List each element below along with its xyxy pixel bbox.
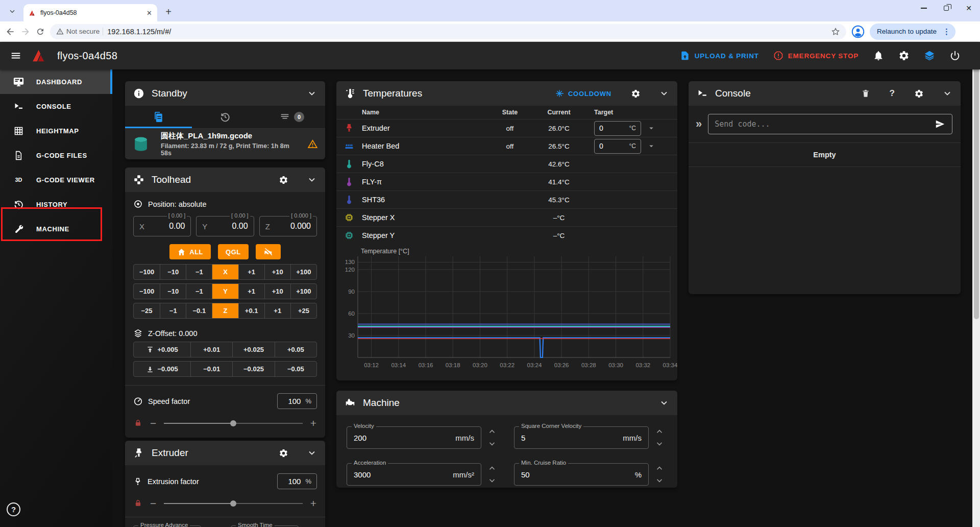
move-y-button[interactable]: −10	[160, 284, 186, 299]
window-close-button[interactable]: ✕	[958, 0, 980, 16]
collapse-chevron-icon[interactable]	[307, 88, 317, 99]
lock-icon[interactable]	[134, 499, 142, 508]
qgl-button[interactable]: QGL	[218, 244, 249, 259]
page-scrollbar[interactable]	[972, 42, 980, 527]
move-z-button[interactable]: −1	[160, 303, 186, 318]
z-offset-down-button[interactable]: −0.01	[190, 362, 232, 376]
decrease-extrusion-button[interactable]: −	[150, 498, 156, 509]
layers-update-icon[interactable]	[924, 50, 935, 61]
decrement-button[interactable]	[487, 439, 497, 448]
move-y-button[interactable]: −1	[186, 284, 212, 299]
scrollbar-thumb[interactable]	[974, 43, 979, 319]
help-button[interactable]: ?	[7, 502, 20, 516]
field-velocity[interactable]: Velocity 200 mm/s	[347, 426, 481, 449]
gcode-file-item[interactable]: 圆柱体_PLA_1h9m.gcode Filament: 23.83 m / 7…	[125, 129, 325, 159]
collapse-chevron-icon[interactable]	[942, 88, 952, 99]
increase-extrusion-button[interactable]: +	[310, 498, 316, 509]
increment-button[interactable]	[487, 427, 497, 436]
new-tab-button[interactable]: +	[161, 5, 176, 19]
security-chip[interactable]: Not secure	[56, 28, 103, 35]
z-offset-up-button[interactable]: +0.01	[190, 342, 232, 357]
move-x-button[interactable]: −10	[160, 265, 186, 279]
z-offset-up-button[interactable]: +0.05	[275, 342, 316, 357]
reload-icon[interactable]	[36, 27, 45, 36]
increase-speed-button[interactable]: +	[310, 418, 316, 428]
console-help-icon[interactable]: ?	[890, 88, 895, 99]
sidebar-item-history[interactable]: HISTORY	[0, 192, 112, 217]
slider-track[interactable]	[164, 503, 302, 504]
tab-history[interactable]	[192, 106, 259, 128]
target-temp-input[interactable]: 0°C	[594, 139, 641, 154]
target-temp-input[interactable]: 0°C	[594, 121, 641, 136]
browser-tab[interactable]: flyos-0a4d58 ✕	[23, 4, 157, 21]
extruder-settings-gear-icon[interactable]	[279, 448, 288, 458]
temp-row-stepper-y[interactable]: Stepper Y –°C	[336, 226, 677, 244]
collapse-chevron-icon[interactable]	[659, 398, 669, 408]
browser-menu-icon[interactable]: ⋮	[941, 27, 952, 36]
speed-factor-input[interactable]: 100 %	[277, 393, 317, 409]
lock-icon[interactable]	[134, 419, 142, 427]
move-z-button[interactable]: +0.1	[238, 303, 264, 318]
window-restore-button[interactable]	[935, 0, 958, 16]
z-offset-down-button[interactable]: −0.025	[232, 362, 274, 376]
axis-button-x[interactable]: X	[212, 265, 238, 279]
console-input-box[interactable]	[708, 114, 952, 134]
move-y-button[interactable]: +10	[264, 284, 290, 299]
url-bar[interactable]: Not secure 192.168.1.125/m/#/	[50, 24, 846, 39]
sidebar-item-heightmap[interactable]: HEIGHTMAP	[0, 118, 112, 143]
tab-queue[interactable]: 0	[258, 106, 325, 128]
home-all-button[interactable]: ALL	[169, 244, 211, 259]
sidebar-item-machine[interactable]: MACHINE	[0, 217, 112, 241]
slider-handle[interactable]	[230, 500, 236, 507]
field-min-cruise-ratio[interactable]: Min. Cruise Ratio 50 %	[514, 463, 649, 486]
increment-button[interactable]	[655, 464, 664, 473]
temperature-chart[interactable]: 03:1203:1403:1603:1803:2003:2203:2403:26…	[336, 247, 677, 376]
move-z-button[interactable]: −25	[134, 303, 160, 318]
preset-dropdown-caret-icon[interactable]	[647, 141, 656, 151]
preset-dropdown-caret-icon[interactable]	[647, 124, 656, 133]
prompt-chevrons-icon[interactable]: »	[696, 118, 702, 130]
z-offset-up-button[interactable]: +0.005	[134, 342, 190, 357]
motors-off-button[interactable]	[256, 244, 281, 259]
axis-button-y[interactable]: Y	[212, 284, 238, 299]
clear-console-trash-icon[interactable]	[861, 89, 870, 98]
axis-position-z[interactable]: [ 0.000 ] Z 0.000	[259, 216, 317, 236]
temp-row-stepper-x[interactable]: Stepper X –°C	[336, 208, 677, 226]
temp-row-sht36[interactable]: SHT36 45.3°C	[336, 190, 677, 208]
toolhead-settings-gear-icon[interactable]	[279, 175, 288, 185]
move-x-button[interactable]: +100	[290, 265, 316, 279]
move-y-button[interactable]: +1	[238, 284, 264, 299]
tab-search-button[interactable]	[5, 4, 19, 18]
axis-button-z[interactable]: Z	[212, 303, 238, 318]
z-offset-up-button[interactable]: +0.025	[232, 342, 274, 357]
move-x-button[interactable]: −1	[186, 265, 212, 279]
back-icon[interactable]	[5, 27, 15, 37]
tab-close-button[interactable]: ✕	[146, 9, 152, 17]
temp-row-fly[interactable]: FLY-π 41.4°C	[336, 173, 677, 190]
tab-files[interactable]	[125, 106, 192, 128]
increment-button[interactable]	[487, 464, 497, 473]
slider-track[interactable]	[164, 423, 302, 424]
move-y-button[interactable]: −100	[134, 284, 160, 299]
temp-row-fly-c8[interactable]: Fly-C8 42.6°C	[336, 155, 677, 173]
forward-icon[interactable]	[20, 27, 31, 37]
window-minimize-button[interactable]	[913, 0, 935, 16]
hamburger-menu-icon[interactable]	[10, 50, 21, 61]
move-x-button[interactable]: +10	[264, 265, 290, 279]
decrement-button[interactable]	[487, 476, 497, 485]
services-gear-icon[interactable]	[898, 50, 910, 61]
profile-avatar-icon[interactable]	[851, 25, 865, 38]
axis-position-x[interactable]: [ 0.00 ] X 0.00	[133, 216, 191, 236]
send-icon[interactable]	[935, 118, 946, 130]
move-y-button[interactable]: +100	[290, 284, 316, 299]
emergency-stop-button[interactable]: EMERGENCY STOP	[773, 51, 859, 61]
sidebar-item-g-code-viewer[interactable]: 3DG-CODE VIEWER	[0, 167, 112, 192]
slider-handle[interactable]	[230, 420, 236, 426]
console-input[interactable]	[715, 119, 929, 129]
collapse-chevron-icon[interactable]	[307, 448, 317, 458]
relaunch-to-update-button[interactable]: Relaunch to update ⋮	[870, 23, 955, 40]
move-x-button[interactable]: +1	[238, 265, 264, 279]
decrease-speed-button[interactable]: −	[150, 418, 156, 428]
bookmark-star-icon[interactable]	[831, 27, 840, 36]
sidebar-item-g-code-files[interactable]: G-CODE FILES	[0, 143, 112, 167]
